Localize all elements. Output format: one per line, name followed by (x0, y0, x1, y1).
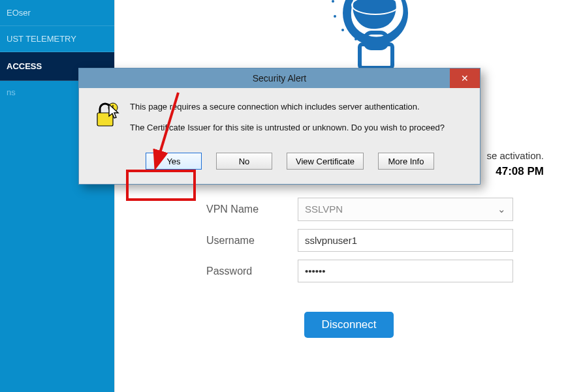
close-button[interactable]: ✕ (450, 68, 480, 88)
username-input[interactable] (298, 229, 513, 252)
svg-text:!: ! (112, 104, 114, 112)
vpn-name-value: SSLVPN (305, 204, 343, 215)
svg-point-4 (341, 29, 344, 31)
no-button[interactable]: No (216, 153, 272, 170)
sidebar-item-telemetry[interactable]: UST TELEMETRY (0, 26, 114, 52)
dialog-message: This page requires a secure connection w… (130, 101, 445, 142)
vpn-form: VPN Name SSLVPN ⌄ Username Password (206, 198, 570, 282)
svg-point-3 (334, 15, 336, 18)
username-label: Username (206, 235, 298, 247)
vpn-name-select[interactable]: SSLVPN ⌄ (298, 198, 513, 221)
dialog-titlebar[interactable]: Security Alert ✕ (79, 68, 480, 88)
chevron-down-icon: ⌄ (497, 204, 506, 215)
dialog-message-line1: This page requires a secure connection w… (130, 101, 445, 113)
vpn-name-label: VPN Name (206, 204, 298, 215)
disconnect-button[interactable]: Disconnect (304, 312, 393, 338)
password-input[interactable] (298, 260, 513, 282)
lock-warning-icon: ! (93, 101, 119, 128)
globe-graphic (264, 0, 434, 78)
svg-point-2 (332, 0, 334, 3)
dialog-message-line2: The Certificate Issuer for this site is … (130, 122, 445, 134)
close-icon: ✕ (461, 73, 469, 83)
dialog-title: Security Alert (253, 73, 306, 83)
main-panel: se activation. 47:08 PM VPN Name SSLVPN … (114, 0, 583, 392)
sidebar-item-eouser[interactable]: EOser (0, 0, 114, 26)
security-alert-dialog: Security Alert ✕ ! This page requires a … (78, 68, 481, 185)
password-label: Password (206, 265, 298, 277)
more-info-button[interactable]: More Info (378, 153, 434, 170)
view-certificate-button[interactable]: View Certificate (287, 153, 364, 170)
sidebar: EOser UST TELEMETRY ACCESS ns (0, 0, 114, 392)
svg-rect-10 (100, 115, 110, 123)
yes-button[interactable]: Yes (146, 153, 202, 170)
